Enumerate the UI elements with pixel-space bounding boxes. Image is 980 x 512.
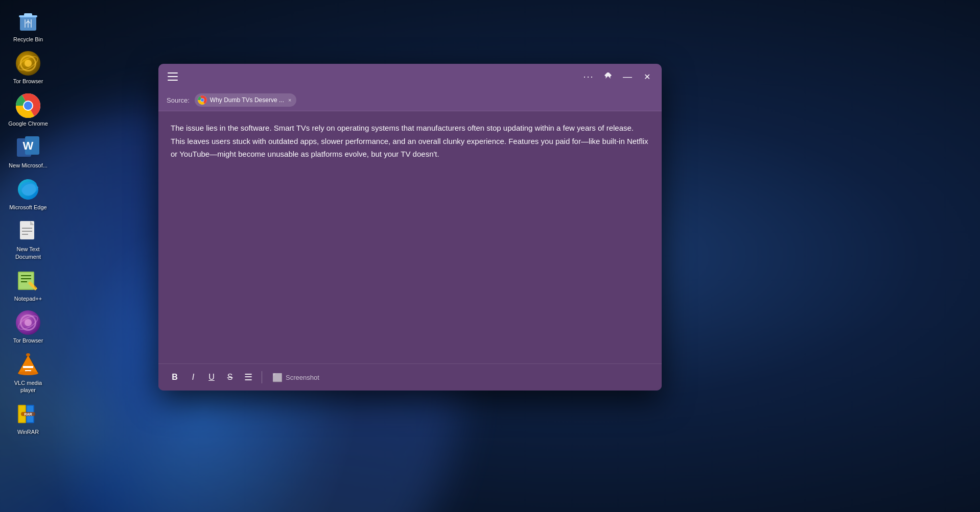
italic-button[interactable]: I xyxy=(185,369,201,385)
screenshot-icon: ⬜ xyxy=(272,373,283,382)
list-icon: ☰ xyxy=(244,372,252,383)
titlebar-left xyxy=(166,69,180,84)
pin-button[interactable] xyxy=(600,69,616,84)
desktop-icon-recycle-bin[interactable]: Recycle Bin xyxy=(5,5,51,47)
tor-browser-2-label: Tor Browser xyxy=(13,337,43,344)
desktop-icon-area: Recycle Bin Tor Browser xyxy=(0,0,56,459)
svg-point-37 xyxy=(201,99,204,102)
source-tab[interactable]: Why Dumb TVs Deserve ... × xyxy=(195,93,297,107)
desktop-icon-vlc[interactable]: VLC media player xyxy=(5,349,51,398)
recycle-bin-icon xyxy=(16,9,40,34)
new-microsoft-icon: W xyxy=(16,135,40,160)
menu-line-1 xyxy=(168,72,178,74)
minimize-icon: — xyxy=(623,72,632,81)
menu-line-3 xyxy=(168,80,178,81)
window-content[interactable]: The issue lies in the software. Smart TV… xyxy=(158,111,662,363)
new-text-document-icon xyxy=(16,219,40,243)
svg-text:W: W xyxy=(23,139,34,152)
content-text: The issue lies in the software. Smart TV… xyxy=(171,121,649,161)
microsoft-edge-label: Microsoft Edge xyxy=(9,204,46,211)
strikethrough-icon: S xyxy=(227,373,233,382)
vlc-icon xyxy=(16,353,40,377)
desktop-icon-microsoft-edge[interactable]: Microsoft Edge xyxy=(5,173,51,215)
vlc-label: VLC media player xyxy=(7,379,49,394)
new-microsoft-label: New Microsof... xyxy=(9,162,48,169)
svg-point-28 xyxy=(26,353,30,356)
underline-icon: U xyxy=(208,373,215,382)
underline-button[interactable]: U xyxy=(203,369,220,385)
source-bar: Source: Why Dumb TVs Deserve ... × xyxy=(158,89,662,111)
bold-icon: B xyxy=(172,373,178,382)
svg-point-27 xyxy=(18,371,38,375)
google-chrome-label: Google Chrome xyxy=(8,120,48,127)
recycle-bin-label: Recycle Bin xyxy=(13,36,43,43)
menu-icon[interactable] xyxy=(166,69,180,84)
desktop-icon-tor-browser-1[interactable]: Tor Browser xyxy=(5,47,51,89)
desktop-icon-google-chrome[interactable]: Google Chrome xyxy=(5,89,51,131)
screenshot-label: Screenshot xyxy=(286,374,319,381)
more-options-button[interactable]: ··· xyxy=(581,69,596,84)
close-button[interactable]: ✕ xyxy=(639,69,655,84)
winrar-icon: RAR xyxy=(16,402,40,426)
notepadpp-label: Notepad++ xyxy=(14,295,42,302)
source-tab-title: Why Dumb TVs Deserve ... xyxy=(210,96,284,104)
minimize-button[interactable]: — xyxy=(620,69,635,84)
italic-icon: I xyxy=(192,373,194,382)
source-favicon xyxy=(198,95,207,105)
toolbar-divider xyxy=(262,371,262,383)
desktop-icon-tor-browser-2[interactable]: Tor Browser xyxy=(5,306,51,348)
list-button[interactable]: ☰ xyxy=(240,369,256,385)
desktop-icon-winrar[interactable]: RAR WinRAR xyxy=(5,398,51,440)
source-label: Source: xyxy=(167,96,190,104)
screenshot-button[interactable]: ⬜ Screenshot xyxy=(267,371,324,384)
titlebar-right: ··· — ✕ xyxy=(581,69,655,84)
strikethrough-button[interactable]: S xyxy=(222,369,238,385)
new-text-document-label: New Text Document xyxy=(7,246,49,260)
svg-rect-17 xyxy=(19,273,33,289)
window-titlebar: ··· — ✕ xyxy=(158,64,662,89)
tor-browser-2-icon xyxy=(16,310,40,335)
tor-browser-1-icon xyxy=(16,51,40,76)
menu-line-2 xyxy=(168,76,178,77)
window-toolbar: B I U S ☰ ⬜ Screenshot xyxy=(158,363,662,391)
svg-rect-2 xyxy=(24,13,32,16)
microsoft-edge-icon xyxy=(16,177,40,202)
bold-button[interactable]: B xyxy=(167,369,183,385)
notepadpp-icon xyxy=(16,269,40,293)
source-tab-close-button[interactable]: × xyxy=(288,97,291,103)
desktop-icon-new-text-document[interactable]: New Text Document xyxy=(5,215,51,264)
close-icon: ✕ xyxy=(644,72,650,82)
pin-icon xyxy=(604,72,612,82)
more-options-icon: ··· xyxy=(583,71,594,82)
copilot-window: ··· — ✕ Source: xyxy=(158,64,662,391)
winrar-label: WinRAR xyxy=(17,428,39,435)
svg-text:RAR: RAR xyxy=(24,412,32,416)
google-chrome-icon xyxy=(16,93,40,118)
desktop-icon-new-microsoft[interactable]: W New Microsof... xyxy=(5,131,51,173)
desktop-icon-notepadpp[interactable]: Notepad++ xyxy=(5,264,51,306)
tor-browser-1-label: Tor Browser xyxy=(13,78,43,85)
svg-point-8 xyxy=(24,102,32,110)
